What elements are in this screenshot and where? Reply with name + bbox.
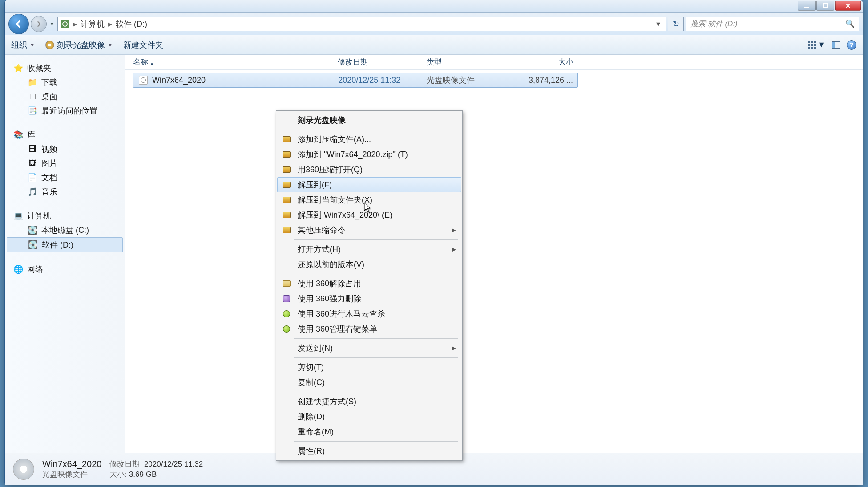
ctx-extract-here[interactable]: 解压到当前文件夹(X) (277, 192, 461, 207)
ctx-cut[interactable]: 剪切(T) (277, 360, 461, 375)
close-button[interactable] (835, 1, 861, 11)
360-icon (283, 280, 291, 287)
ctx-open-with[interactable]: 打开方式(H)▶ (277, 242, 461, 257)
column-name[interactable]: 名称▴ (133, 57, 338, 67)
navigation-bar: ▼ ▸ 计算机 ▸ 软件 (D:) ▾ ↻ 搜索 软件 (D:) 🔍 (5, 13, 863, 35)
new-folder-button[interactable]: 新建文件夹 (123, 40, 163, 50)
library-icon: 📚 (14, 130, 23, 139)
column-size[interactable]: 大小 (520, 57, 578, 67)
submenu-arrow-icon: ▶ (452, 345, 456, 351)
ctx-burn-disc[interactable]: 刻录光盘映像 (277, 113, 461, 128)
360-icon (283, 295, 290, 302)
search-icon: 🔍 (845, 20, 854, 28)
sidebar-item-recent[interactable]: 📑最近访问的位置 (5, 104, 125, 118)
menu-separator (294, 274, 458, 274)
ctx-360-force-delete[interactable]: 使用 360强力删除 (277, 291, 461, 306)
sidebar-favorites[interactable]: ⭐收藏夹 (5, 61, 125, 75)
ctx-rename[interactable]: 重命名(M) (277, 424, 461, 439)
command-bar: 组织 ▼ 刻录光盘映像 ▼ 新建文件夹 ▼ ? (5, 35, 863, 55)
archive-icon (283, 182, 291, 188)
sidebar-item-desktop[interactable]: 🖥桌面 (5, 89, 125, 104)
archive-icon (283, 166, 291, 173)
titlebar (5, 0, 863, 13)
forward-button[interactable] (31, 16, 47, 32)
sort-indicator-icon: ▴ (151, 61, 153, 65)
maximize-button[interactable] (816, 1, 834, 11)
pane-icon (832, 41, 840, 49)
sidebar-network[interactable]: 🌐网络 (5, 262, 125, 276)
ctx-send-to[interactable]: 发送到(N)▶ (277, 341, 461, 356)
video-icon: 🎞 (28, 145, 37, 154)
breadcrumb-sep: ▸ (73, 19, 77, 29)
organize-button[interactable]: 组织 ▼ (11, 40, 35, 50)
chevron-down-icon: ▼ (817, 40, 825, 49)
sidebar-libraries[interactable]: 📚库 (5, 128, 125, 142)
nav-history-dropdown[interactable]: ▼ (48, 21, 56, 27)
context-menu: 刻录光盘映像 添加到压缩文件(A)... 添加到 "Win7x64_2020.z… (276, 110, 463, 461)
iso-file-icon (139, 76, 148, 85)
breadcrumb-drive[interactable]: 软件 (D:) (116, 19, 147, 29)
computer-icon: 💻 (14, 211, 23, 220)
drive-icon: 💽 (28, 226, 37, 235)
ctx-add-to-archive[interactable]: 添加到压缩文件(A)... (277, 132, 461, 147)
archive-icon (283, 212, 291, 218)
details-size: 3.69 GB (129, 470, 157, 479)
back-button[interactable] (8, 14, 29, 34)
refresh-button[interactable]: ↻ (668, 17, 684, 31)
burn-label: 刻录光盘映像 (57, 40, 105, 50)
sidebar-item-videos[interactable]: 🎞视频 (5, 142, 125, 156)
organize-label: 组织 (11, 40, 27, 50)
svg-rect-1 (823, 4, 828, 8)
svg-rect-0 (804, 7, 809, 8)
sidebar-item-documents[interactable]: 📄文档 (5, 170, 125, 185)
ctx-add-to-zip[interactable]: 添加到 "Win7x64_2020.zip" (T) (277, 147, 461, 162)
chevron-down-icon: ▼ (108, 42, 113, 48)
ctx-create-shortcut[interactable]: 创建快捷方式(S) (277, 394, 461, 409)
menu-separator (294, 338, 458, 339)
breadcrumb-computer[interactable]: 计算机 (81, 19, 105, 29)
archive-icon (283, 197, 291, 203)
column-headers: 名称▴ 修改日期 类型 大小 (125, 55, 863, 70)
ctx-open-with-360zip[interactable]: 用360压缩打开(Q) (277, 162, 461, 177)
ctx-360-manage-menu[interactable]: 使用 360管理右键菜单 (277, 321, 461, 337)
menu-separator (294, 441, 458, 442)
menu-separator (294, 357, 458, 358)
sidebar-item-music[interactable]: 🎵音乐 (5, 185, 125, 199)
document-icon: 📄 (28, 173, 37, 182)
details-date: 2020/12/25 11:32 (144, 460, 203, 468)
address-dropdown[interactable]: ▾ (653, 19, 663, 29)
minimize-button[interactable] (798, 1, 816, 11)
recent-icon: 📑 (28, 106, 37, 115)
ctx-restore-previous[interactable]: 还原以前的版本(V) (277, 257, 461, 272)
column-type[interactable]: 类型 (427, 57, 520, 67)
ctx-extract-to[interactable]: 解压到(F)... (277, 177, 461, 192)
preview-pane-button[interactable] (832, 41, 840, 49)
ctx-copy[interactable]: 复制(C) (277, 375, 461, 390)
column-date[interactable]: 修改日期 (338, 57, 427, 67)
picture-icon: 🖼 (28, 159, 37, 168)
sidebar-computer[interactable]: 💻计算机 (5, 209, 125, 223)
ctx-extract-named[interactable]: 解压到 Win7x64_2020\ (E) (277, 207, 461, 223)
ctx-360-unlock[interactable]: 使用 360解除占用 (277, 276, 461, 291)
address-bar[interactable]: ▸ 计算机 ▸ 软件 (D:) ▾ (57, 17, 666, 31)
ctx-properties[interactable]: 属性(R) (277, 443, 461, 459)
archive-icon (283, 227, 291, 233)
ctx-360-scan[interactable]: 使用 360进行木马云查杀 (277, 306, 461, 321)
view-button[interactable]: ▼ (808, 40, 825, 49)
help-button[interactable]: ? (847, 40, 856, 50)
details-type: 光盘映像文件 (42, 469, 101, 479)
search-box[interactable]: 搜索 软件 (D:) 🔍 (686, 17, 859, 31)
sidebar-item-drive-c[interactable]: 💽本地磁盘 (C:) (5, 223, 125, 237)
drive-icon (61, 20, 69, 28)
chevron-down-icon: ▼ (30, 42, 35, 48)
file-row[interactable]: Win7x64_2020 2020/12/25 11:32 光盘映像文件 3,8… (133, 73, 578, 88)
burn-disc-button[interactable]: 刻录光盘映像 ▼ (45, 40, 113, 50)
star-icon: ⭐ (14, 64, 23, 73)
menu-separator (294, 130, 458, 130)
ctx-delete[interactable]: 删除(D) (277, 409, 461, 424)
sidebar-item-downloads[interactable]: 📁下载 (5, 75, 125, 89)
sidebar-item-drive-d[interactable]: 💽软件 (D:) (7, 237, 123, 252)
ctx-other-zip[interactable]: 其他压缩命令▶ (277, 223, 461, 238)
sidebar-item-pictures[interactable]: 🖼图片 (5, 156, 125, 170)
360-icon (283, 325, 290, 333)
